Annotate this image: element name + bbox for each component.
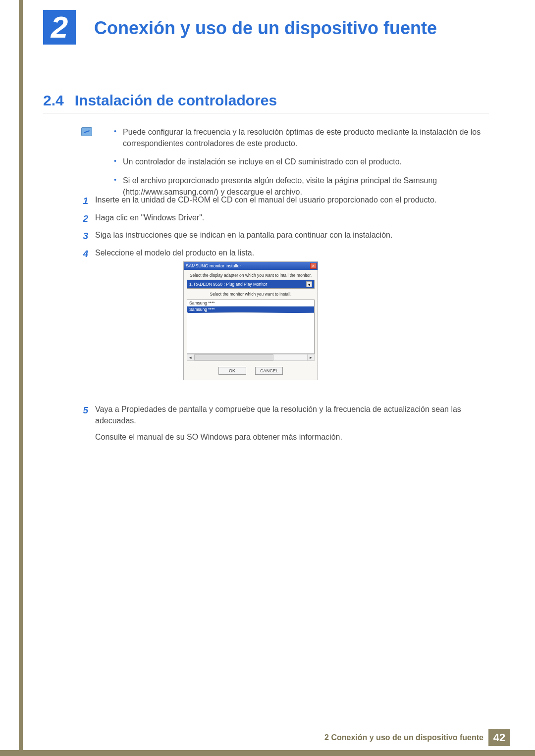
step-text: Inserte en la unidad de CD-ROM el CD con… (95, 194, 490, 208)
section-rule (43, 113, 489, 113)
steps-list-continued: 5 Vaya a Propiedades de pantalla y compr… (79, 403, 490, 447)
step-text: Seleccione el modelo del producto en la … (95, 247, 490, 261)
installer-label-adapter: Select the display adapter on which you … (187, 273, 315, 278)
horizontal-scrollbar[interactable]: ◂ ▸ (187, 354, 315, 361)
chevron-down-icon[interactable]: ▾ (306, 281, 312, 287)
step-1: 1 Inserte en la unidad de CD-ROM el CD c… (79, 194, 490, 208)
scroll-right-icon[interactable]: ▸ (307, 354, 314, 360)
side-stripe (19, 0, 23, 756)
footer-text: 2 Conexión y uso de un dispositivo fuent… (324, 733, 483, 742)
step-text: Haga clic en "Windows Driver". (95, 212, 490, 226)
page-number: 42 (488, 729, 510, 746)
step-text: Vaya a Propiedades de pantalla y comprue… (95, 403, 490, 426)
step-number: 4 (79, 247, 88, 261)
section-number: 2.4 (43, 92, 64, 109)
list-item[interactable]: Samsung **** (187, 300, 314, 306)
note-icon (81, 127, 92, 136)
step-number: 5 (79, 403, 88, 443)
footer-stripe (0, 750, 535, 756)
step-4: 4 Seleccione el modelo del producto en l… (79, 247, 490, 261)
close-icon[interactable]: × (310, 263, 317, 269)
cancel-button[interactable]: CANCEL (255, 367, 283, 375)
installer-label-monitor: Select the monitor which you want to ins… (187, 292, 315, 297)
chapter-number-badge: 2 (43, 10, 76, 45)
step-number: 2 (79, 212, 88, 226)
step-text: Siga las instrucciones que se indican en… (95, 229, 490, 243)
step-2: 2 Haga clic en "Windows Driver". (79, 212, 490, 226)
section-title: Instalación de controladores (75, 92, 277, 109)
note-item: Un controlador de instalación se incluye… (114, 156, 490, 167)
step-number: 1 (79, 194, 88, 208)
scroll-left-icon[interactable]: ◂ (187, 354, 194, 360)
step-5: 5 Vaya a Propiedades de pantalla y compr… (79, 403, 490, 443)
footer: 2 Conexión y uso de un dispositivo fuent… (324, 729, 510, 746)
installer-titlebar: SAMSUNG monitor installer × (184, 262, 318, 270)
step-number: 3 (79, 229, 88, 243)
adapter-selected-text: 1. RADEON 9550 : Plug and Play Monitor (189, 282, 267, 287)
monitor-list[interactable]: Samsung **** Samsung **** (187, 300, 315, 354)
installer-dialog: SAMSUNG monitor installer × Select the d… (183, 261, 318, 380)
adapter-select[interactable]: 1. RADEON 9550 : Plug and Play Monitor ▾ (187, 280, 315, 289)
list-item[interactable]: Samsung **** (187, 306, 314, 313)
ok-button[interactable]: OK (218, 367, 246, 375)
scroll-thumb[interactable] (194, 354, 273, 360)
chapter-title: Conexión y uso de un dispositivo fuente (94, 18, 437, 39)
note-list: Puede configurar la frecuencia y la reso… (114, 126, 490, 198)
installer-title: SAMSUNG monitor installer (186, 263, 241, 268)
note-item: Puede configurar la frecuencia y la reso… (114, 126, 490, 149)
step-text-extra: Consulte el manual de su SO Windows para… (95, 431, 490, 443)
scroll-track[interactable] (194, 354, 307, 360)
steps-list: 1 Inserte en la unidad de CD-ROM el CD c… (79, 194, 490, 264)
step-3: 3 Siga las instrucciones que se indican … (79, 229, 490, 243)
